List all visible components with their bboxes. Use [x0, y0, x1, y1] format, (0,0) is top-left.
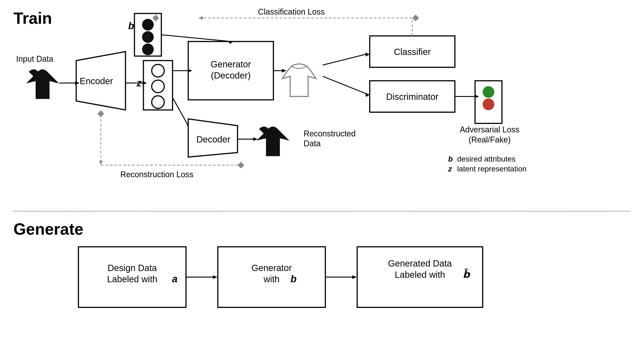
svg-marker-49	[188, 119, 238, 157]
svg-marker-25	[187, 124, 191, 129]
svg-text:Labeled with: Labeled with	[107, 274, 158, 284]
svg-marker-0	[76, 52, 126, 110]
svg-line-24	[172, 98, 188, 126]
svg-marker-3	[75, 81, 80, 85]
svg-text:Generator: Generator	[211, 59, 251, 69]
svg-marker-70	[213, 275, 217, 279]
svg-text:Adversarial Loss: Adversarial Loss	[460, 125, 520, 134]
generate-arrows: Design Data Labeled with a Generator wit…	[0, 215, 644, 350]
svg-text:Encoder: Encoder	[80, 76, 113, 86]
svg-marker-47	[152, 15, 159, 21]
svg-marker-40	[474, 95, 479, 98]
svg-point-7	[152, 80, 164, 93]
section-divider	[14, 211, 630, 212]
svg-text:latent representation: latent representation	[457, 164, 526, 173]
svg-text:Design Data: Design Data	[108, 263, 157, 273]
svg-text:Data: Data	[304, 139, 321, 148]
svg-marker-52	[253, 137, 258, 141]
svg-point-8	[152, 96, 164, 108]
svg-text:Classification Loss: Classification Loss	[258, 7, 325, 16]
svg-marker-45	[198, 16, 203, 20]
main-container: Train Encoder Input Data z b	[0, 0, 644, 350]
svg-text:(Decoder): (Decoder)	[211, 70, 251, 80]
svg-point-6	[152, 64, 164, 77]
svg-marker-23	[188, 69, 192, 72]
svg-rect-65	[78, 247, 186, 307]
svg-rect-77	[357, 247, 483, 307]
svg-text:Reconstruction Loss: Reconstruction Loss	[120, 170, 194, 179]
svg-text:with: with	[263, 274, 280, 284]
svg-text:b: b	[291, 273, 297, 284]
svg-marker-29	[365, 53, 370, 57]
svg-rect-12	[134, 14, 161, 56]
svg-line-28	[323, 54, 368, 65]
svg-rect-36	[475, 81, 502, 123]
svg-rect-71	[218, 247, 325, 307]
svg-text:Generator: Generator	[252, 263, 292, 273]
svg-rect-5	[144, 61, 172, 110]
svg-text:Discriminator: Discriminator	[386, 92, 438, 102]
train-arrows: Encoder Input Data z b Generator (Decod	[0, 0, 644, 215]
svg-rect-17	[188, 42, 274, 100]
svg-rect-34	[370, 81, 455, 112]
svg-text:Reconstructed: Reconstructed	[304, 129, 356, 138]
svg-marker-11	[142, 81, 147, 85]
svg-marker-59	[238, 162, 244, 168]
svg-marker-21	[229, 41, 234, 44]
svg-text:(Real/Fake): (Real/Fake)	[468, 135, 511, 144]
svg-text:z: z	[448, 164, 452, 173]
svg-point-38	[483, 98, 494, 110]
svg-marker-27	[282, 69, 286, 72]
svg-marker-57	[98, 110, 104, 117]
svg-line-30	[323, 76, 368, 94]
svg-text:b̂: b̂	[463, 269, 470, 280]
svg-rect-32	[370, 36, 455, 67]
svg-text:Labeled with: Labeled with	[395, 270, 445, 280]
svg-point-37	[483, 86, 494, 98]
svg-marker-76	[352, 275, 357, 279]
svg-marker-31	[365, 93, 370, 97]
svg-line-20	[161, 35, 231, 42]
svg-text:Decoder: Decoder	[196, 134, 230, 144]
svg-text:Generated Data: Generated Data	[388, 258, 452, 268]
svg-text:a: a	[172, 273, 178, 284]
svg-marker-46	[412, 15, 419, 21]
svg-text:b: b	[128, 20, 134, 31]
generate-title: Generate	[14, 220, 83, 238]
svg-point-13	[142, 19, 154, 31]
svg-point-15	[142, 44, 154, 55]
svg-text:z: z	[136, 77, 142, 88]
svg-text:desired attributes: desired attributes	[457, 154, 516, 163]
svg-text:Classifier: Classifier	[394, 47, 431, 57]
svg-text:b: b	[448, 154, 453, 163]
svg-text:Input Data: Input Data	[16, 54, 54, 64]
svg-marker-56	[99, 161, 103, 165]
train-title: Train	[14, 9, 52, 27]
svg-point-14	[142, 31, 154, 43]
